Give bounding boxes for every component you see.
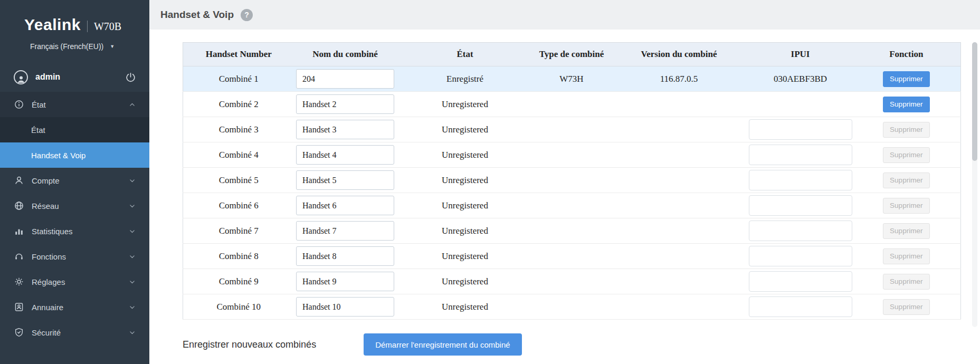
sidebar-item-label: Sécurité: [32, 328, 61, 337]
ipui-cell: 030AEBF3BD: [749, 66, 852, 92]
version-cell: 116.87.0.5: [610, 66, 749, 92]
headset-icon: [14, 252, 24, 261]
handset-name-input[interactable]: [296, 221, 394, 241]
handset-name-input[interactable]: [296, 297, 394, 317]
handset-name-input[interactable]: [296, 120, 394, 139]
language-label: Français (French(EU)): [30, 42, 103, 51]
sidebar-item-fonctions[interactable]: Fonctions: [0, 244, 149, 269]
handset-row: Combiné 5UnregisteredSupprimer: [183, 168, 961, 193]
delete-button[interactable]: Supprimer: [883, 97, 930, 112]
column-header: IPUI: [749, 43, 852, 66]
chevron-down-icon: [129, 253, 136, 260]
delete-button: Supprimer: [883, 173, 930, 188]
delete-button: Supprimer: [883, 198, 930, 214]
sidebar-item-annuaire[interactable]: Annuaire: [0, 294, 149, 320]
ipui-cell: [749, 218, 852, 244]
handset-row: Combiné 10UnregisteredSupprimer: [183, 294, 961, 320]
status-cell: Unregistered: [396, 92, 534, 117]
vertical-scrollbar[interactable]: [972, 42, 977, 327]
action-cell: Supprimer: [852, 66, 961, 92]
sidebar-item-compte[interactable]: Compte: [0, 168, 149, 193]
help-icon[interactable]: ?: [241, 9, 253, 21]
ipui-input[interactable]: [749, 246, 852, 266]
action-cell: Supprimer: [852, 142, 961, 168]
bar-chart-icon: [14, 226, 24, 236]
model-label: W70B: [94, 21, 121, 33]
sidebar-subitem-handset-voip[interactable]: Handset & Voip: [0, 142, 149, 168]
version-cell: [610, 117, 749, 142]
handset-name-input[interactable]: [296, 94, 394, 114]
handset-name-input[interactable]: [296, 246, 394, 266]
handset-row: Combiné 2UnregisteredSupprimer: [183, 92, 961, 117]
chevron-up-icon: [129, 101, 136, 108]
delete-button[interactable]: Supprimer: [883, 71, 930, 87]
user-row: admin: [0, 64, 149, 90]
sidebar-item-securite[interactable]: Sécurité: [0, 320, 149, 345]
page-header: Handset & Voip ?: [149, 0, 980, 30]
register-row: Enregistrer nouveaux combinés Démarrer l…: [183, 333, 980, 356]
sidebar-item-label: Compte: [32, 176, 60, 185]
sidebar-item-label: État: [32, 100, 46, 109]
handset-name-input[interactable]: [296, 272, 394, 291]
sidebar-item-label: Fonctions: [32, 252, 66, 261]
status-cell: Unregistered: [396, 244, 534, 269]
handset-number-cell: Combiné 3: [183, 117, 294, 142]
type-cell: [534, 269, 610, 294]
handset-row: Combiné 6UnregisteredSupprimer: [183, 193, 961, 218]
shield-icon: [14, 328, 24, 337]
sidebar-item-label: Statistiques: [32, 227, 73, 236]
sidebar-item-statistiques[interactable]: Statistiques: [0, 218, 149, 244]
sidebar-item-reglages[interactable]: Réglages: [0, 269, 149, 294]
sidebar-subitem-etat[interactable]: État: [0, 117, 149, 142]
version-cell: [610, 218, 749, 244]
handset-name-input[interactable]: [296, 170, 394, 190]
ipui-input[interactable]: [749, 170, 852, 190]
register-handset-button[interactable]: Démarrer l'enregistrement du combiné: [364, 333, 521, 356]
language-selector[interactable]: Français (French(EU)) ▼: [0, 42, 149, 51]
status-cell: Unregistered: [396, 117, 534, 142]
ipui-input[interactable]: [749, 271, 852, 292]
version-cell: [610, 92, 749, 117]
power-icon[interactable]: [126, 72, 136, 82]
handset-row: Combiné 7UnregisteredSupprimer: [183, 218, 961, 244]
scrollbar-thumb[interactable]: [972, 42, 977, 161]
ipui-input[interactable]: [749, 195, 852, 216]
handset-table: Handset NumberNom du combinéÉtatType de …: [183, 42, 961, 320]
ipui-cell: [749, 244, 852, 269]
action-cell: Supprimer: [852, 218, 961, 244]
delete-button: Supprimer: [883, 248, 930, 264]
handset-number-cell: Combiné 9: [183, 269, 294, 294]
handset-name-input[interactable]: [296, 196, 394, 215]
handset-name-input[interactable]: [296, 69, 394, 89]
chevron-down-icon: [129, 203, 136, 209]
column-header: Type de combiné: [534, 43, 610, 66]
chevron-down-icon: [129, 304, 136, 311]
status-cell: Unregistered: [396, 294, 534, 320]
type-cell: [534, 193, 610, 218]
sidebar-item-etat[interactable]: État: [0, 92, 149, 117]
type-cell: [534, 92, 610, 117]
ipui-input[interactable]: [749, 145, 852, 165]
handset-row: Combiné 8UnregisteredSupprimer: [183, 244, 961, 269]
ipui-cell: [749, 269, 852, 294]
handset-number-cell: Combiné 7: [183, 218, 294, 244]
handset-row: Combiné 3UnregisteredSupprimer: [183, 117, 961, 142]
gear-icon: [14, 277, 24, 286]
status-cell: Enregistré: [396, 66, 534, 92]
chevron-down-icon: [129, 228, 136, 235]
status-cell: Unregistered: [396, 168, 534, 193]
handset-name-cell: [294, 66, 396, 92]
logo: Yealink W70B: [0, 0, 149, 34]
delete-button: Supprimer: [883, 223, 930, 239]
delete-button: Supprimer: [883, 122, 930, 138]
ipui-input[interactable]: [749, 296, 852, 317]
type-cell: [534, 294, 610, 320]
ipui-cell: [749, 168, 852, 193]
sidebar-item-reseau[interactable]: Réseau: [0, 193, 149, 218]
version-cell: [610, 244, 749, 269]
user-avatar-icon: [14, 70, 28, 84]
ipui-input[interactable]: [749, 119, 852, 140]
handset-name-input[interactable]: [296, 145, 394, 165]
ipui-input[interactable]: [749, 221, 852, 241]
action-cell: Supprimer: [852, 117, 961, 142]
